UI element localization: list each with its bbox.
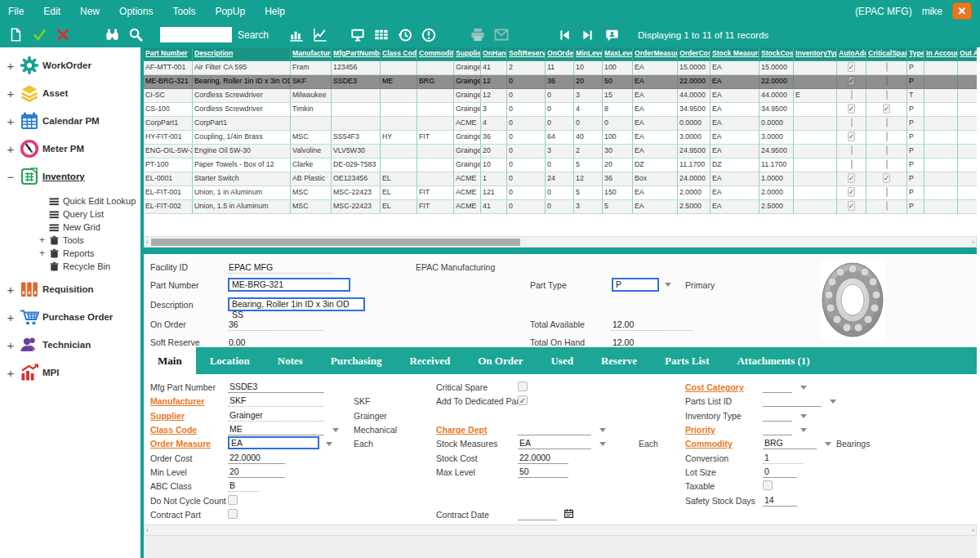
table-row[interactable]: EL-FIT-002Union, 1.5 in AluminumMSCMSC-2… bbox=[144, 200, 977, 214]
scroll-right-arrow[interactable]: › bbox=[972, 238, 974, 246]
column-header-description[interactable]: Description bbox=[193, 47, 291, 61]
tree-expander[interactable]: + bbox=[5, 283, 16, 297]
tree-expander[interactable]: + bbox=[5, 310, 16, 324]
grid-view-button[interactable] bbox=[372, 26, 390, 44]
column-header-type[interactable]: Type bbox=[907, 47, 924, 61]
grid-scroll-thumb[interactable] bbox=[151, 239, 520, 246]
part-number-input[interactable]: ME-BRG-321 bbox=[228, 278, 350, 292]
column-header-minlevel[interactable]: MinLevel bbox=[574, 47, 603, 61]
column-header-part-number[interactable]: Part Number bbox=[144, 47, 193, 61]
table-row[interactable]: HY-FIT-001Coupling, 1/4in BrassMSCSS54F3… bbox=[144, 131, 977, 145]
chevron-down-icon[interactable] bbox=[800, 386, 807, 390]
chevron-down-icon[interactable] bbox=[825, 442, 831, 446]
table-row[interactable]: AF-MTT-001Air Filter CA 595Fram123456Gra… bbox=[144, 61, 977, 75]
tab-main[interactable]: Main bbox=[144, 347, 196, 374]
lookup-button[interactable] bbox=[103, 26, 121, 44]
sidebar-item-calendar-pm[interactable]: +Calendar PM bbox=[5, 111, 140, 131]
tab-notes[interactable]: Notes bbox=[264, 347, 317, 374]
alerts-button[interactable] bbox=[420, 26, 438, 44]
menu-item-popup[interactable]: PopUp bbox=[215, 6, 245, 17]
sidebar-item-workorder[interactable]: +WorkOrder bbox=[5, 56, 140, 75]
comments-button[interactable] bbox=[603, 26, 621, 44]
column-header-onhand[interactable]: OnHand bbox=[481, 47, 507, 61]
tree-expander[interactable]: + bbox=[5, 338, 16, 352]
field-input-conversion[interactable]: 1 bbox=[763, 453, 804, 464]
table-row[interactable]: PT-100Paper Towels - Box of 12ClarkeDE-0… bbox=[144, 158, 977, 172]
sidebar-item-inventory[interactable]: −Inventory bbox=[5, 167, 140, 186]
form-h-scrollbar[interactable]: ‹ › bbox=[144, 525, 977, 536]
tree-expander[interactable]: − bbox=[5, 170, 16, 184]
column-header-manufacturer[interactable]: Manufacturer bbox=[291, 47, 332, 61]
column-header-autoadd[interactable]: AutoAdd bbox=[837, 47, 866, 61]
column-header-softreserve[interactable]: SoftReserve bbox=[507, 47, 546, 61]
field-input-cost-category[interactable] bbox=[763, 382, 792, 393]
field-input-lot-size[interactable]: 0 bbox=[763, 466, 797, 478]
column-header-ordermeasure[interactable]: OrderMeasure bbox=[633, 47, 678, 61]
menu-item-new[interactable]: New bbox=[80, 6, 100, 17]
cancel-button[interactable] bbox=[54, 26, 72, 44]
tab-used[interactable]: Used bbox=[537, 347, 586, 374]
column-header-class-code[interactable]: Class Code bbox=[381, 47, 417, 61]
tab-parts-list[interactable]: Parts List bbox=[651, 347, 724, 374]
menu-item-help[interactable]: Help bbox=[265, 6, 285, 17]
column-header-stock-measures[interactable]: Stock Measures bbox=[710, 47, 760, 61]
scroll-left-arrow[interactable]: ‹ bbox=[146, 238, 149, 246]
tree-expander[interactable]: + bbox=[5, 366, 16, 380]
close-button[interactable]: ✕ bbox=[952, 2, 972, 20]
scroll-left-arrow[interactable]: ‹ bbox=[146, 526, 149, 534]
column-header-inventorytype[interactable]: InventoryType bbox=[794, 47, 837, 61]
previous-record-button[interactable] bbox=[555, 26, 573, 44]
column-header-stockcost[interactable]: StockCost bbox=[760, 47, 794, 61]
field-input-priority[interactable] bbox=[763, 424, 792, 435]
next-record-button[interactable] bbox=[579, 26, 597, 44]
column-header-mfgpartnumber[interactable]: MfgPartNumber bbox=[332, 47, 381, 61]
column-header-commodity[interactable]: Commodity bbox=[417, 47, 454, 61]
new-record-button[interactable] bbox=[7, 26, 24, 44]
sidebar-item-recycle-bin[interactable]: Recycle Bin bbox=[39, 260, 140, 272]
table-row[interactable]: CI-SCCordless ScrewdriverMilwaukeeGraing… bbox=[144, 89, 977, 103]
field-label-commodity[interactable]: Commodity bbox=[685, 439, 733, 449]
dashboard-button[interactable] bbox=[349, 26, 367, 44]
sidebar-item-reports[interactable]: +Reports bbox=[39, 247, 140, 259]
search-input[interactable] bbox=[160, 27, 232, 42]
column-header-ordercost[interactable]: OrderCost bbox=[678, 47, 710, 61]
chevron-down-icon[interactable] bbox=[800, 414, 807, 418]
tree-expander[interactable]: + bbox=[5, 59, 16, 73]
table-row[interactable]: CS-100Cordless ScrewdriverTimkinGrainger… bbox=[144, 103, 977, 117]
tab-purchasing[interactable]: Purchasing bbox=[317, 347, 396, 374]
tab-reserve[interactable]: Reserve bbox=[587, 347, 651, 374]
column-header-out-a[interactable]: Out A bbox=[958, 47, 977, 61]
field-label-cost-category[interactable]: Cost Category bbox=[685, 382, 744, 392]
sidebar-item-new-grid[interactable]: New Grid bbox=[39, 221, 140, 233]
field-input-commodity[interactable]: BRG bbox=[763, 438, 817, 449]
tab-on-order[interactable]: On Order bbox=[464, 347, 537, 374]
tree-expander[interactable]: + bbox=[39, 234, 49, 246]
sidebar-item-quick-edit-lookup[interactable]: Quick Edit Lookup bbox=[39, 194, 140, 207]
column-header-maxlevel[interactable]: MaxLevel bbox=[603, 47, 633, 61]
menu-item-file[interactable]: File bbox=[8, 6, 24, 17]
chevron-down-icon[interactable] bbox=[800, 428, 807, 432]
table-row[interactable]: EL-FIT-001Union, 1 in AluminumMSCMSC-224… bbox=[144, 186, 977, 200]
table-row[interactable]: ME-BRG-321Bearing, Roller 1in ID x 3in O… bbox=[144, 75, 977, 89]
part-type-select[interactable]: P bbox=[612, 278, 659, 292]
search-button[interactable] bbox=[127, 26, 145, 44]
tab-location[interactable]: Location bbox=[196, 347, 264, 374]
calendar-icon[interactable] bbox=[564, 508, 574, 520]
sidebar-item-asset[interactable]: +Asset bbox=[5, 83, 140, 103]
bar-chart-button[interactable] bbox=[287, 26, 305, 44]
facility-id-value[interactable]: EPAC MFG bbox=[228, 262, 332, 274]
table-row[interactable]: ENG-OIL-5W-30Engine Oil 5W-30ValvolineVL… bbox=[144, 145, 977, 158]
pane-divider[interactable] bbox=[144, 248, 977, 254]
grid-h-scrollbar[interactable]: ‹ › bbox=[144, 236, 977, 248]
tab-received[interactable]: Received bbox=[395, 347, 464, 374]
column-header-criticalspare[interactable]: CriticalSpare bbox=[866, 47, 907, 61]
column-header-in-account[interactable]: In Account bbox=[924, 47, 958, 61]
sidebar-item-requisition[interactable]: +Requisition bbox=[5, 279, 140, 299]
tree-expander[interactable]: + bbox=[39, 248, 49, 259]
logged-in-user[interactable]: mike bbox=[922, 6, 942, 17]
sidebar-item-mpi[interactable]: +MPI bbox=[5, 363, 140, 382]
scroll-right-arrow[interactable]: › bbox=[972, 526, 974, 534]
tree-expander[interactable]: + bbox=[5, 114, 16, 128]
sidebar-item-query-list[interactable]: Query List bbox=[39, 208, 140, 220]
field-label-priority[interactable]: Priority bbox=[685, 425, 715, 435]
